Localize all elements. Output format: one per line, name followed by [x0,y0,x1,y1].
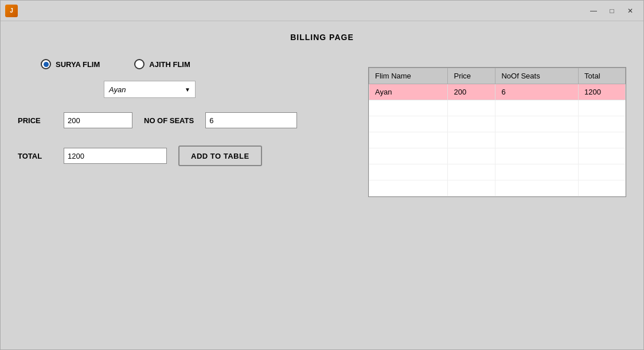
empty-cell-5-3 [579,180,626,196]
empty-cell-1-2 [495,116,579,132]
empty-cell-3-1 [448,148,495,164]
cell-0-1: 200 [448,84,495,100]
empty-cell-3-0 [369,148,448,164]
empty-cell-2-3 [579,132,626,148]
col-price: Price [448,68,495,84]
empty-cell-3-3 [579,148,626,164]
title-bar: J — □ ✕ [1,1,643,21]
empty-cell-5-0 [369,180,448,196]
main-content: BILLING PAGE SURYA FLIM AJITH FLIM [1,21,643,349]
price-label: PRICE [18,116,52,125]
radio-surya-label: SURYA FLIM [56,60,100,69]
page-title: BILLING PAGE [18,33,626,42]
dropdown-arrow-icon: ▼ [185,86,190,93]
radio-ajith-circle[interactable] [134,59,145,69]
col-seats: NoOf Seats [495,68,579,84]
maximize-button[interactable]: □ [603,4,620,18]
empty-cell-5-2 [495,180,579,196]
main-window: J — □ ✕ BILLING PAGE SURYA FLIM [0,0,644,350]
empty-cell-1-1 [448,116,495,132]
cell-0-0: Ayan [369,84,448,100]
table-empty-row [369,148,626,164]
empty-cell-5-1 [448,180,495,196]
empty-cell-1-0 [369,116,448,132]
seats-label: NO OF SEATS [144,116,194,125]
cell-0-2: 6 [495,84,579,100]
empty-cell-2-0 [369,132,448,148]
film-dropdown[interactable]: Ayan ▼ [104,81,196,98]
seats-input[interactable] [205,112,297,128]
empty-cell-4-1 [448,164,495,180]
empty-cell-0-2 [495,100,579,116]
dropdown-value: Ayan [109,85,126,94]
radio-ajith-label: AJITH FLIM [149,60,190,69]
table-empty-row [369,132,626,148]
app-icon: J [5,5,18,17]
col-total: Total [579,68,626,84]
table-section: Flim Name Price NoOf Seats Total Ayan200… [368,67,626,197]
table-empty-row [369,180,626,196]
radio-group: SURYA FLIM AJITH FLIM [41,59,350,69]
empty-cell-0-0 [369,100,448,116]
empty-cell-3-2 [495,148,579,164]
radio-surya[interactable]: SURYA FLIM [41,59,100,69]
table-empty-row [369,164,626,180]
add-to-table-button[interactable]: ADD TO TABLE [178,145,262,166]
title-bar-left: J [5,5,18,17]
left-section: SURYA FLIM AJITH FLIM Ayan ▼ PRICE [18,59,350,166]
empty-cell-0-1 [448,100,495,116]
col-film-name: Flim Name [369,68,448,84]
table-empty-row [369,100,626,116]
total-input[interactable] [64,148,167,164]
total-row: TOTAL ADD TO TABLE [18,145,350,166]
table-empty-row [369,116,626,132]
radio-surya-circle[interactable] [41,59,51,69]
empty-cell-4-3 [579,164,626,180]
title-bar-controls: — □ ✕ [585,4,639,18]
empty-cell-1-3 [579,116,626,132]
price-input[interactable] [64,112,132,128]
dropdown-row: Ayan ▼ [104,81,350,98]
total-label: TOTAL [18,152,52,160]
empty-cell-4-2 [495,164,579,180]
empty-cell-2-1 [448,132,495,148]
table-row: Ayan20061200 [369,84,626,100]
empty-cell-0-3 [579,100,626,116]
empty-cell-4-0 [369,164,448,180]
table-header-row: Flim Name Price NoOf Seats Total [369,68,626,84]
radio-ajith[interactable]: AJITH FLIM [134,59,190,69]
close-button[interactable]: ✕ [622,4,639,18]
minimize-button[interactable]: — [585,4,602,18]
empty-cell-2-2 [495,132,579,148]
price-seats-row: PRICE NO OF SEATS [18,112,350,128]
cell-0-3: 1200 [579,84,626,100]
billing-table: Flim Name Price NoOf Seats Total Ayan200… [369,68,626,196]
